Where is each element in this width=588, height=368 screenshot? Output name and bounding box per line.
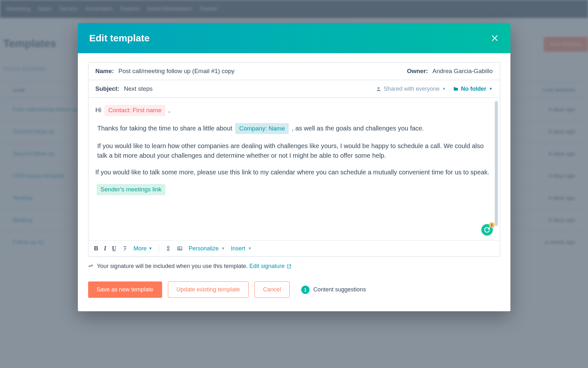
content-suggestions[interactable]: 1 Content suggestions: [301, 286, 366, 294]
edit-signature-link[interactable]: Edit signature: [249, 263, 292, 270]
folder-label-text: No folder: [461, 86, 486, 92]
shared-label-text: Shared with everyone: [384, 86, 440, 92]
subject-value[interactable]: Next steps: [124, 85, 153, 92]
p2: If you would like to learn how other com…: [95, 141, 490, 160]
folder-dropdown[interactable]: No folder ▼: [453, 86, 493, 92]
svg-point-2: [377, 87, 379, 89]
cancel-button[interactable]: Cancel: [254, 281, 290, 298]
subject-label: Subject:: [95, 85, 120, 92]
editor-body[interactable]: Hi Contact: First name , Thanks for taki…: [88, 98, 500, 240]
subject-row: Subject: Next steps Shared with everyone…: [88, 80, 500, 97]
chevron-down-icon: ▼: [221, 246, 225, 251]
underline-button[interactable]: U: [112, 245, 116, 252]
name-row: Name: Post call/meeting follow up (Email…: [88, 63, 500, 80]
toolbar-separator: [159, 244, 159, 253]
save-as-new-button[interactable]: Save as new template: [88, 281, 162, 298]
suggestions-count: 1: [301, 286, 310, 294]
template-meta: Name: Post call/meeting follow up (Email…: [88, 62, 500, 98]
greet-suffix: ,: [168, 106, 170, 113]
chevron-down-icon: ▼: [442, 87, 446, 91]
shared-dropdown[interactable]: Shared with everyone ▼: [376, 86, 446, 92]
modal-header: Edit template: [78, 23, 510, 53]
update-existing-button[interactable]: Update existing template: [168, 281, 249, 298]
name-label: Name:: [95, 68, 114, 75]
chevron-down-icon: ▼: [489, 87, 493, 91]
modal-overlay: Edit template Name: Post call/meeting fo…: [0, 0, 588, 368]
insert-dropdown[interactable]: Insert ▼: [231, 245, 252, 252]
modal-title: Edit template: [89, 33, 150, 44]
scrollbar[interactable]: [495, 101, 498, 226]
name-value[interactable]: Post call/meeting follow up (Email #1) c…: [119, 68, 235, 75]
suggestions-label: Content suggestions: [313, 286, 366, 293]
svg-rect-4: [167, 246, 169, 248]
token-company-name[interactable]: Company: Name: [235, 123, 289, 134]
user-icon: [376, 86, 381, 92]
svg-point-8: [179, 247, 179, 248]
p3: If you would like to talk some more, ple…: [95, 167, 490, 177]
folder-icon: [453, 86, 459, 92]
close-icon[interactable]: [491, 34, 499, 42]
link-button[interactable]: [165, 246, 171, 251]
p1-b: , as well as the goals and challenges yo…: [292, 125, 424, 132]
greet-prefix: Hi: [95, 106, 103, 113]
italic-button[interactable]: I: [104, 245, 106, 252]
grammarly-count: 1: [489, 222, 495, 228]
grammarly-widget[interactable]: 1: [481, 224, 493, 236]
token-contact-firstname[interactable]: Contact: First name: [104, 105, 165, 116]
svg-rect-5: [167, 249, 169, 251]
grammarly-icon: 1: [481, 224, 493, 236]
clear-format-button[interactable]: [122, 246, 128, 251]
image-button[interactable]: [177, 246, 183, 251]
p1-a: Thanks for taking the time to share a li…: [97, 125, 234, 132]
token-meetings-link[interactable]: Sender's meetings link: [97, 184, 166, 195]
editor-toolbar: B I U More ▼: [88, 240, 500, 256]
modal-footer: Save as new template Update existing tem…: [78, 270, 510, 311]
signature-icon: [88, 263, 94, 270]
bold-button[interactable]: B: [94, 245, 98, 252]
signature-text: Your signature will be included when you…: [97, 263, 250, 269]
chevron-down-icon: ▼: [248, 246, 252, 251]
personalize-dropdown[interactable]: Personalize ▼: [188, 245, 225, 252]
chevron-down-icon: ▼: [149, 246, 153, 251]
owner-value: Andrea Garcia-Gabillo: [433, 68, 493, 75]
owner-label: Owner:: [407, 68, 428, 75]
edit-template-modal: Edit template Name: Post call/meeting fo…: [78, 23, 510, 311]
signature-note: Your signature will be included when you…: [78, 257, 510, 270]
more-dropdown[interactable]: More ▼: [134, 245, 153, 252]
editor: Hi Contact: First name , Thanks for taki…: [88, 98, 500, 257]
